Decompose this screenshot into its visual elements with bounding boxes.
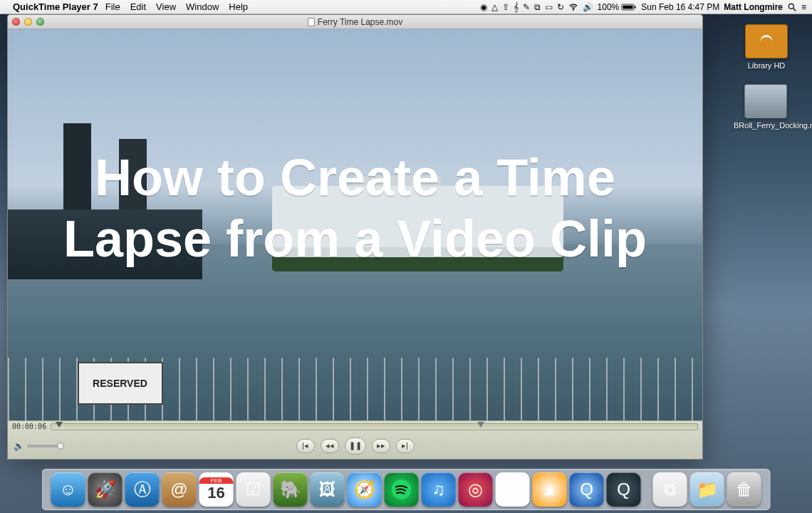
status-timemachine-icon[interactable]: ↻ (557, 2, 564, 12)
svg-rect-2 (635, 6, 636, 8)
volume-slider[interactable] (27, 445, 61, 447)
desktop-icon-label: Library HD (738, 61, 795, 70)
volume-control[interactable]: 🔈 (14, 441, 61, 451)
dock-downloads-folder[interactable]: 📁 (690, 472, 724, 507)
play-pause-button[interactable]: ❚❚ (345, 437, 366, 455)
video-viewport[interactable]: RESERVED How to Create a Time Lapse from… (8, 29, 702, 420)
window-zoom-button[interactable] (36, 18, 44, 26)
dock-app-quicktimex[interactable]: Q (607, 472, 641, 507)
menu-edit[interactable]: Edit (130, 1, 146, 12)
battery-percent: 100% (598, 2, 620, 12)
status-gdrive-icon[interactable]: △ (491, 2, 498, 12)
dock-app-evernote[interactable]: 🐘 (274, 472, 308, 507)
dock-app-calendar[interactable]: FEB 16 (199, 472, 234, 507)
player-controls: 00:00:06 🔈 |◂ ◂◂ ❚❚ ▸▸ ▸| (8, 420, 702, 459)
dock-app-itunes[interactable]: ♫ (422, 472, 456, 507)
desktop-file-broll-ferry[interactable]: BRoll_Ferry_Docking.mov (734, 84, 798, 130)
status-wifi-sync-icon[interactable]: ⇪ (502, 2, 509, 12)
dock-app-preview[interactable]: 🖼 (311, 472, 345, 507)
svg-point-0 (573, 9, 573, 9)
dock-app-vlc[interactable]: ▲ (533, 472, 567, 507)
status-script-icon[interactable]: 𝄞 (514, 2, 519, 12)
dock-app-contacts[interactable]: @ (162, 472, 197, 507)
calendar-month: FEB (199, 477, 234, 484)
menu-file[interactable]: File (105, 1, 120, 12)
svg-rect-3 (623, 5, 633, 9)
menu-view[interactable]: View (156, 1, 176, 12)
drive-icon (745, 24, 788, 58)
scrubber[interactable] (51, 423, 698, 430)
dock-app-finder[interactable]: ☺ (51, 472, 85, 507)
dock-app-textedit[interactable]: ✎ (496, 472, 530, 507)
go-to-end-button[interactable]: ▸| (396, 439, 415, 453)
dock: ☺ 🚀 Ⓐ @ FEB 16 ☑ 🐘 🖼 🧭 ♫ ◎ ✎ ▲ Q Q ⧉ 📁 🗑 (42, 469, 771, 510)
rewind-button[interactable]: ◂◂ (321, 439, 339, 453)
dock-app-spotify[interactable] (385, 472, 419, 507)
window-title: Ferry Time Lapse.mov (318, 17, 402, 27)
menu-window[interactable]: Window (186, 1, 219, 12)
video-title-overlay: How to Create a Time Lapse from a Video … (8, 147, 702, 270)
playhead-marker[interactable] (56, 422, 63, 428)
menu-help[interactable]: Help (229, 1, 248, 12)
dock-app-appstore[interactable]: Ⓐ (125, 472, 160, 507)
window-close-button[interactable] (12, 18, 20, 26)
volume-knob[interactable] (57, 442, 64, 450)
dock-app-photobooth[interactable]: ◎ (459, 472, 493, 507)
window-minimize-button[interactable] (24, 18, 32, 26)
go-to-start-button[interactable]: |◂ (296, 439, 315, 453)
notification-center-icon[interactable]: ≡ (801, 2, 806, 12)
status-evernote-icon[interactable]: ✎ (523, 2, 530, 12)
status-clock[interactable]: Sun Feb 16 4:47 PM (641, 2, 719, 12)
window-titlebar[interactable]: Ferry Time Lapse.mov (8, 15, 702, 29)
volume-icon: 🔈 (14, 441, 24, 451)
timecode: 00:00:06 (12, 423, 48, 430)
status-username[interactable]: Matt Longmire (724, 2, 783, 12)
dock-trash[interactable]: 🗑 (727, 472, 761, 507)
status-volume-icon[interactable]: 🔊 (583, 2, 593, 12)
dock-separator (647, 475, 647, 507)
calendar-day: 16 (207, 484, 224, 502)
dock-app-launchpad[interactable]: 🚀 (88, 472, 123, 507)
out-point-marker[interactable] (477, 422, 484, 428)
svg-line-5 (793, 8, 796, 11)
dock-app-quicktime7[interactable]: Q (570, 472, 604, 507)
svg-point-4 (788, 4, 793, 9)
document-proxy-icon[interactable] (308, 18, 315, 26)
fast-forward-button[interactable]: ▸▸ (372, 439, 390, 453)
quicktime-window: Ferry Time Lapse.mov RESERVED How to Cre… (7, 14, 703, 460)
status-wifi-icon[interactable] (568, 2, 578, 12)
desktop-icon-label: BRoll_Ferry_Docking.mov (734, 121, 798, 130)
spotlight-icon[interactable] (787, 2, 797, 12)
dock-app-reminders[interactable]: ☑ (236, 472, 271, 507)
app-name[interactable]: QuickTime Player 7 (13, 1, 98, 12)
mac-menubar: QuickTime Player 7 File Edit View Window… (0, 0, 812, 14)
dock-app-safari[interactable]: 🧭 (348, 472, 382, 507)
status-airplay-icon[interactable]: ▭ (545, 2, 553, 12)
status-battery[interactable]: 100% (598, 2, 637, 12)
dock-app-dropbox[interactable]: ⧉ (653, 472, 687, 507)
status-dropbox-icon[interactable]: ⧉ (534, 2, 541, 12)
movie-file-icon (744, 84, 787, 118)
status-sync-icon[interactable]: ◉ (480, 2, 487, 12)
desktop-drive-library-hd[interactable]: Library HD (738, 24, 795, 70)
scene-sign: RESERVED (78, 362, 163, 405)
